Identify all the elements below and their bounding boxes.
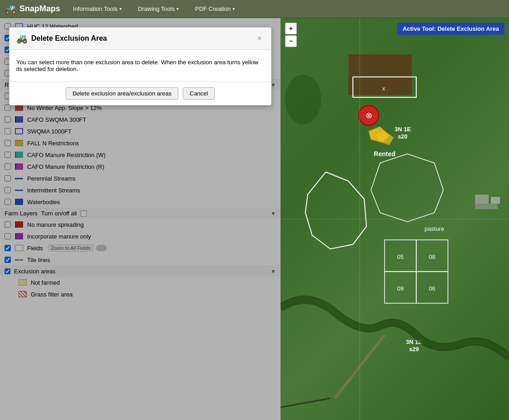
modal-header: 🚜 Delete Exclusion Area × bbox=[10, 28, 271, 50]
svg-text:06: 06 bbox=[429, 285, 435, 292]
brand: 🚜 SnapMaps bbox=[5, 3, 60, 15]
main-area: 🚜 Delete Exclusion Area × You can select… bbox=[0, 18, 509, 420]
delete-exclusion-button[interactable]: Delete exclusion area/exclusion areas bbox=[66, 87, 178, 100]
active-tool-badge: Active Tool: Delete Exclusion Area bbox=[397, 23, 504, 35]
svg-rect-28 bbox=[491, 197, 500, 204]
nav-drawing-tools[interactable]: Drawing Tools ▾ bbox=[134, 4, 182, 14]
nav-information-tools-label: Information Tools bbox=[73, 5, 118, 12]
modal-footer: Delete exclusion area/exclusion areas Ca… bbox=[10, 82, 271, 105]
zoom-out-button[interactable]: − bbox=[285, 35, 297, 47]
svg-text:x: x bbox=[382, 85, 385, 92]
map-background: + − Active Tool: Delete Exclusion Area x bbox=[281, 18, 509, 420]
svg-text:s20: s20 bbox=[398, 133, 408, 140]
chevron-down-icon: ▾ bbox=[233, 6, 235, 11]
svg-text:s29: s29 bbox=[409, 346, 419, 353]
svg-text:3N 1E: 3N 1E bbox=[395, 126, 411, 133]
tractor-icon: 🚜 bbox=[5, 3, 17, 15]
svg-text:08: 08 bbox=[429, 253, 435, 260]
nav-pdf-creation-label: PDF Creation bbox=[195, 5, 231, 12]
modal-close-button[interactable]: × bbox=[255, 33, 264, 43]
svg-point-1 bbox=[285, 75, 321, 124]
modal-title-text: Delete Exclusion Area bbox=[31, 34, 107, 43]
map-controls: + − bbox=[285, 23, 297, 47]
modal-title: 🚜 Delete Exclusion Area bbox=[16, 33, 107, 44]
modal-body-text: You can select more than one exclusion a… bbox=[16, 59, 264, 72]
svg-text:09: 09 bbox=[397, 285, 404, 292]
cancel-button[interactable]: Cancel bbox=[183, 87, 214, 100]
left-panel: 🚜 Delete Exclusion Area × You can select… bbox=[0, 18, 281, 420]
svg-rect-27 bbox=[475, 195, 489, 204]
modal-body: You can select more than one exclusion a… bbox=[10, 50, 271, 82]
svg-text:pasture: pasture bbox=[424, 225, 444, 232]
tractor-modal-icon: 🚜 bbox=[16, 33, 28, 44]
chevron-down-icon: ▾ bbox=[119, 6, 122, 11]
nav-pdf-creation[interactable]: PDF Creation ▾ bbox=[191, 4, 238, 14]
svg-text:⊗: ⊗ bbox=[366, 111, 372, 120]
chevron-down-icon: ▾ bbox=[176, 6, 179, 11]
svg-text:Rented: Rented bbox=[374, 150, 395, 158]
delete-exclusion-modal: 🚜 Delete Exclusion Area × You can select… bbox=[9, 27, 271, 105]
svg-rect-2 bbox=[348, 54, 412, 95]
svg-text:05: 05 bbox=[397, 253, 404, 260]
map-area: + − Active Tool: Delete Exclusion Area x bbox=[281, 18, 509, 420]
nav-drawing-tools-label: Drawing Tools bbox=[138, 5, 175, 12]
modal-overlay: 🚜 Delete Exclusion Area × You can select… bbox=[0, 18, 281, 420]
brand-name: SnapMaps bbox=[19, 4, 60, 14]
map-svg: x ⊗ 3N 1E s20 Rented bbox=[281, 18, 509, 420]
svg-rect-29 bbox=[475, 204, 498, 209]
nav-information-tools[interactable]: Information Tools ▾ bbox=[69, 4, 125, 14]
zoom-in-button[interactable]: + bbox=[285, 23, 297, 34]
navbar: 🚜 SnapMaps Information Tools ▾ Drawing T… bbox=[0, 0, 509, 18]
